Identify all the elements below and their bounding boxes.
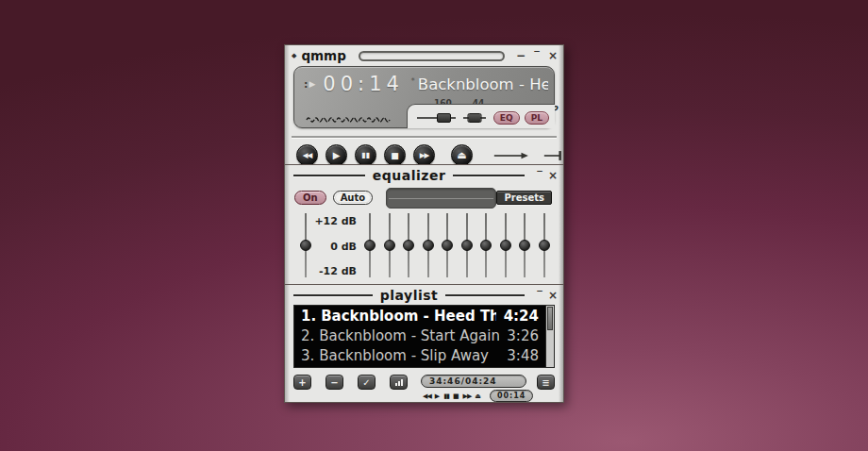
mini-next-icon[interactable]: ▶▶ xyxy=(463,393,472,400)
eq-presets-button[interactable]: Presets xyxy=(496,191,552,205)
eject-button[interactable]: ⏏ xyxy=(451,144,473,166)
eq-band-7-slider[interactable] xyxy=(480,211,492,279)
play-icon: ▶ xyxy=(333,150,341,160)
playlist-time-displays: 34:46/04:24 ◀◀ ▶ ▮▮ ■ ▶▶ ⏏ 00:14 xyxy=(421,375,526,402)
track-duration: 4:24 xyxy=(504,308,539,325)
shade-button[interactable]: ‾ xyxy=(531,51,542,60)
pause-icon: ▮▮ xyxy=(361,151,370,159)
band-knob[interactable] xyxy=(461,240,473,251)
eq-close-button[interactable]: × xyxy=(547,169,559,182)
eq-band-9-slider[interactable] xyxy=(519,211,530,279)
eq-band-8-slider[interactable] xyxy=(500,211,511,279)
band-knob[interactable] xyxy=(480,240,492,251)
repeat-bar-icon[interactable] xyxy=(543,149,563,162)
next-button[interactable]: ▶▶ xyxy=(413,144,435,166)
track-number: 3. xyxy=(301,347,314,364)
equalizer-window: equalizer ‾ × On Auto Presets +12 xyxy=(284,164,564,285)
eq-on-button[interactable]: On xyxy=(294,191,326,205)
app-icon: ◆ xyxy=(292,52,296,59)
total-time-display[interactable]: 34:46/04:24 xyxy=(421,375,526,388)
pause-button[interactable]: ▮▮ xyxy=(355,144,376,166)
preamp-slider-knob[interactable] xyxy=(300,240,311,251)
eq-scale-labels: +12 dB 0 dB -12 dB xyxy=(311,211,364,283)
scale-plus12-label: +12 dB xyxy=(311,215,357,227)
play-triangle-icon: ▶ xyxy=(309,79,315,89)
eq-band-sliders xyxy=(364,211,554,283)
add-track-button[interactable]: + xyxy=(293,375,311,390)
playlist-scrollbar[interactable] xyxy=(545,306,554,367)
eq-controls-row: On Auto Presets xyxy=(285,183,563,208)
preamp-slider[interactable] xyxy=(300,211,311,279)
minimize-button[interactable]: − xyxy=(515,49,526,62)
close-button[interactable]: × xyxy=(547,49,559,62)
elapsed-time-small-display[interactable]: 00:14 xyxy=(490,390,533,402)
band-knob[interactable] xyxy=(364,240,376,251)
band-knob[interactable] xyxy=(384,240,395,251)
mini-previous-icon[interactable]: ◀◀ xyxy=(423,393,431,400)
previous-button[interactable]: ◀◀ xyxy=(296,144,318,166)
balance-slider-handle[interactable] xyxy=(467,113,481,123)
band-knob[interactable] xyxy=(403,240,414,251)
remove-track-button[interactable]: − xyxy=(326,375,343,390)
playlist-row[interactable]: 2. Backnbloom - Start Again 3:26 xyxy=(294,326,554,345)
window-title: qmmp xyxy=(301,48,345,63)
playlist-window: playlist ‾ × 1. Backnbloom - Heed The ..… xyxy=(284,284,564,403)
scrollbar-thumb[interactable] xyxy=(547,307,553,330)
track-number: 1. xyxy=(301,308,316,325)
mini-play-icon[interactable]: ▶ xyxy=(435,393,440,400)
eq-band-3-slider[interactable] xyxy=(403,211,414,279)
indicator-colon-icon: : xyxy=(304,78,308,91)
playlist-row[interactable]: 1. Backnbloom - Heed The ... 4:24 xyxy=(294,306,554,326)
mini-pause-icon[interactable]: ▮▮ xyxy=(443,393,449,400)
eq-band-4-slider[interactable] xyxy=(423,211,434,279)
sort-button[interactable] xyxy=(390,375,408,390)
playlist-toolbar: + − ✓ 34:46/04:24 ◀◀ ▶ ▮▮ ■ ▶▶ ⏏ 00:14 xyxy=(285,368,563,402)
play-state-indicator: : ▶ xyxy=(304,78,315,91)
titlebar-line-left xyxy=(293,175,365,176)
titlebar-line-left xyxy=(293,294,373,296)
eq-auto-button[interactable]: Auto xyxy=(333,191,374,205)
track-title-marquee: Backnbloom - Heed Th xyxy=(418,75,548,93)
band-knob[interactable] xyxy=(519,240,530,251)
band-knob[interactable] xyxy=(500,240,511,251)
volume-slider[interactable] xyxy=(417,112,456,124)
main-display-area: : ▶ 00:14 ⁎ Backnbloom - Heed Th 160 Kb … xyxy=(285,64,563,132)
pl-toggle-button[interactable]: PL xyxy=(525,111,549,125)
eq-band-6-slider[interactable] xyxy=(461,211,473,279)
remove-icon: − xyxy=(330,377,338,388)
select-button[interactable]: ✓ xyxy=(358,375,376,390)
next-icon: ▶▶ xyxy=(420,151,429,159)
eq-band-5-slider[interactable] xyxy=(442,211,453,279)
elapsed-time-display[interactable]: 00:14 xyxy=(323,73,404,95)
seekbar-waveform[interactable] xyxy=(306,115,391,123)
playlist-row[interactable]: 3. Backnbloom - Slip Away 3:48 xyxy=(294,345,554,365)
main-titlebar[interactable]: ◆ qmmp − ‾ × xyxy=(285,45,563,64)
mini-stop-icon[interactable]: ■ xyxy=(453,393,459,400)
slider-strip: EQ PL xyxy=(407,104,555,128)
balance-slider[interactable] xyxy=(463,112,486,124)
playlist-list: 1. Backnbloom - Heed The ... 4:24 2. Bac… xyxy=(293,305,555,368)
eq-band-2-slider[interactable] xyxy=(384,211,395,279)
scale-minus12-label: -12 dB xyxy=(311,265,357,277)
scale-zero-label: 0 dB xyxy=(311,241,357,253)
band-knob[interactable] xyxy=(423,240,434,251)
eq-toggle-button[interactable]: EQ xyxy=(493,111,520,125)
eject-icon: ⏏ xyxy=(457,149,466,161)
shuffle-arrow-icon[interactable] xyxy=(493,150,529,161)
pl-close-button[interactable]: × xyxy=(547,289,559,302)
stop-button[interactable]: ■ xyxy=(384,144,406,166)
band-knob[interactable] xyxy=(442,240,453,251)
titlebar-line-right xyxy=(445,294,525,296)
volume-slider-handle[interactable] xyxy=(437,113,451,123)
eq-shade-button[interactable]: ‾ xyxy=(534,171,545,180)
mini-eject-icon[interactable]: ⏏ xyxy=(475,393,481,400)
play-button[interactable]: ▶ xyxy=(326,144,347,166)
equalizer-titlebar[interactable]: equalizer ‾ × xyxy=(285,165,563,183)
band-knob[interactable] xyxy=(539,240,550,251)
playlist-titlebar[interactable]: playlist ‾ × xyxy=(285,285,563,303)
pl-shade-button[interactable]: ‾ xyxy=(534,291,545,300)
eq-band-10-slider[interactable] xyxy=(539,211,550,279)
eq-band-1-slider[interactable] xyxy=(364,211,376,279)
previous-icon: ◀◀ xyxy=(303,151,312,159)
playlist-menu-button[interactable]: ≡ xyxy=(537,375,555,390)
